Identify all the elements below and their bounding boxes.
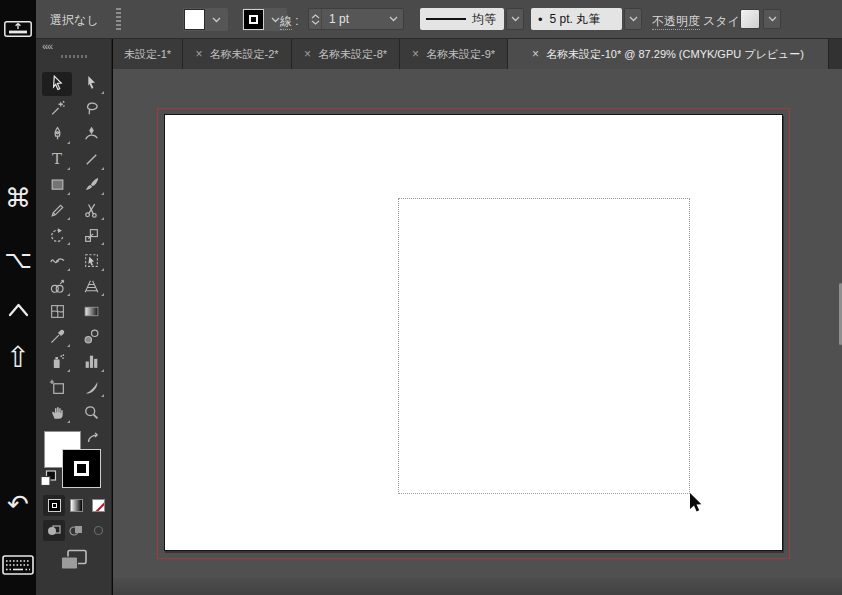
modifier-strip: ⌘ ⌥ ⇧ ↶ <box>0 0 36 595</box>
stroke-weight-field[interactable]: 1 pt <box>308 8 404 30</box>
tab-untitled-9[interactable]: × 名称未設定-9* <box>400 39 508 69</box>
canvas[interactable] <box>113 69 842 595</box>
tool-pen[interactable] <box>42 122 72 146</box>
tool-shape-builder[interactable] <box>42 274 72 298</box>
tool-pencil[interactable] <box>42 198 72 222</box>
tool-perspective-grid[interactable] <box>76 274 106 298</box>
close-icon[interactable]: × <box>412 47 419 61</box>
opacity-link[interactable]: 不透明度 <box>652 13 700 30</box>
tool-rotate[interactable] <box>42 223 72 247</box>
stroke-swatch[interactable] <box>243 9 264 30</box>
draw-mode-buttons <box>43 520 109 541</box>
stroke-profile-value: 均等 <box>472 11 496 28</box>
tool-symbol-sprayer[interactable] <box>42 350 72 374</box>
close-icon[interactable]: × <box>532 47 539 61</box>
brush-chevron[interactable] <box>624 8 642 30</box>
tool-grid: T <box>40 71 108 425</box>
tab-label: 未設定-1* <box>124 47 171 62</box>
stroke-weight-value[interactable]: 1 pt <box>322 12 383 26</box>
stepper[interactable] <box>309 9 322 29</box>
selection-marquee <box>398 198 690 494</box>
tool-selection[interactable] <box>42 72 72 96</box>
tool-line-segment[interactable] <box>76 148 106 172</box>
fill-color-dropdown[interactable] <box>183 8 228 31</box>
control-bar: 選択なし 線 : 1 pt 均等 • 5 pt. 丸筆 <box>36 0 842 39</box>
shift-icon[interactable]: ⇧ <box>0 340 36 374</box>
tab-untitled-2[interactable]: × 名称未設定-2* <box>183 39 292 69</box>
tab-label: 名称未設定-10* @ 87.29% (CMYK/GPU プレビュー) <box>546 47 804 62</box>
stroke-profile-chevron[interactable] <box>506 8 524 30</box>
draw-normal-button[interactable] <box>43 520 65 541</box>
control-bar-grip[interactable] <box>116 8 121 31</box>
brush-name: 5 pt. 丸筆 <box>550 11 601 28</box>
tool-scale[interactable] <box>76 223 106 247</box>
tab-bar: 未設定-1* × 名称未設定-2* × 名称未設定-8* × 名称未設定-9* … <box>113 39 842 69</box>
tool-eyedropper[interactable] <box>42 325 72 349</box>
tool-gradient[interactable] <box>76 299 106 323</box>
tool-curvature[interactable] <box>76 122 106 146</box>
tool-blend[interactable] <box>76 325 106 349</box>
paint-gradient-button[interactable] <box>65 495 87 516</box>
style-swatch[interactable] <box>740 9 760 29</box>
draw-behind-button[interactable] <box>65 520 87 541</box>
option-icon[interactable]: ⌥ <box>0 246 36 274</box>
tool-rectangle[interactable] <box>42 173 72 197</box>
canvas-bottom-edge <box>113 578 842 595</box>
tool-artboard[interactable] <box>42 375 72 399</box>
control-icon[interactable] <box>7 302 30 322</box>
tab-untitled-1[interactable]: 未設定-1* <box>113 39 183 69</box>
tab-label: 名称未設定-2* <box>209 47 278 62</box>
tool-slice[interactable] <box>76 375 106 399</box>
tool-scissors[interactable] <box>76 198 106 222</box>
tool-free-transform[interactable] <box>76 249 106 273</box>
tool-column-graph[interactable] <box>76 350 106 374</box>
close-icon[interactable]: × <box>195 47 202 61</box>
document-area: 未設定-1* × 名称未設定-2* × 名称未設定-8* × 名称未設定-9* … <box>113 39 842 595</box>
tool-direct-selection[interactable] <box>76 72 106 96</box>
tab-untitled-10-active[interactable]: × 名称未設定-10* @ 87.29% (CMYK/GPU プレビュー) <box>508 39 829 69</box>
tool-zoom[interactable] <box>76 401 106 425</box>
collapse-panel-button[interactable]: «« <box>42 40 52 52</box>
tool-mesh[interactable] <box>42 299 72 323</box>
tool-magic-wand[interactable] <box>42 97 72 121</box>
tool-paintbrush[interactable] <box>76 173 106 197</box>
stroke-color-indicator[interactable] <box>62 449 101 488</box>
stroke-profile-dropdown[interactable]: 均等 <box>420 8 504 30</box>
tab-untitled-8[interactable]: × 名称未設定-8* <box>292 39 400 69</box>
screen-mode-button[interactable] <box>60 549 88 575</box>
keyboard-icon[interactable] <box>2 553 34 581</box>
undo-icon[interactable]: ↶ <box>0 489 36 519</box>
tool-lasso[interactable] <box>76 97 106 121</box>
stroke-profile-preview <box>426 18 466 20</box>
chevron-down-icon[interactable] <box>383 16 403 22</box>
tool-hand[interactable] <box>42 401 72 425</box>
tool-width[interactable] <box>42 249 72 273</box>
stroke-panel-link[interactable]: 線 : <box>280 13 299 30</box>
style-chevron[interactable] <box>763 9 781 29</box>
eject-key-icon[interactable] <box>4 21 32 41</box>
tool-panel: «« T <box>36 39 112 595</box>
brush-dropdown[interactable]: • 5 pt. 丸筆 <box>531 8 622 30</box>
paint-mode-buttons <box>43 495 109 516</box>
tab-label: 名称未設定-8* <box>318 47 387 62</box>
illustrator-window: ⌘ ⌥ ⇧ ↶ 選択なし 線 : 1 pt <box>0 0 842 595</box>
tab-bar-filler <box>829 39 842 69</box>
default-fill-stroke-icon[interactable] <box>40 470 57 491</box>
draw-inside-button[interactable] <box>87 520 109 541</box>
brush-dot-icon: • <box>531 12 550 27</box>
close-icon[interactable]: × <box>304 47 311 61</box>
mouse-cursor-icon <box>689 493 705 517</box>
paint-none-button[interactable] <box>87 495 109 516</box>
swap-fill-stroke-icon[interactable] <box>86 431 102 451</box>
tool-panel-grip[interactable] <box>61 55 87 58</box>
command-icon[interactable]: ⌘ <box>0 183 36 213</box>
selection-status: 選択なし <box>50 12 99 29</box>
tab-label: 名称未設定-9* <box>426 47 495 62</box>
chevron-down-icon[interactable] <box>206 17 226 23</box>
paint-color-button[interactable] <box>43 495 65 516</box>
fill-swatch[interactable] <box>184 9 205 30</box>
tool-type[interactable]: T <box>42 148 72 172</box>
